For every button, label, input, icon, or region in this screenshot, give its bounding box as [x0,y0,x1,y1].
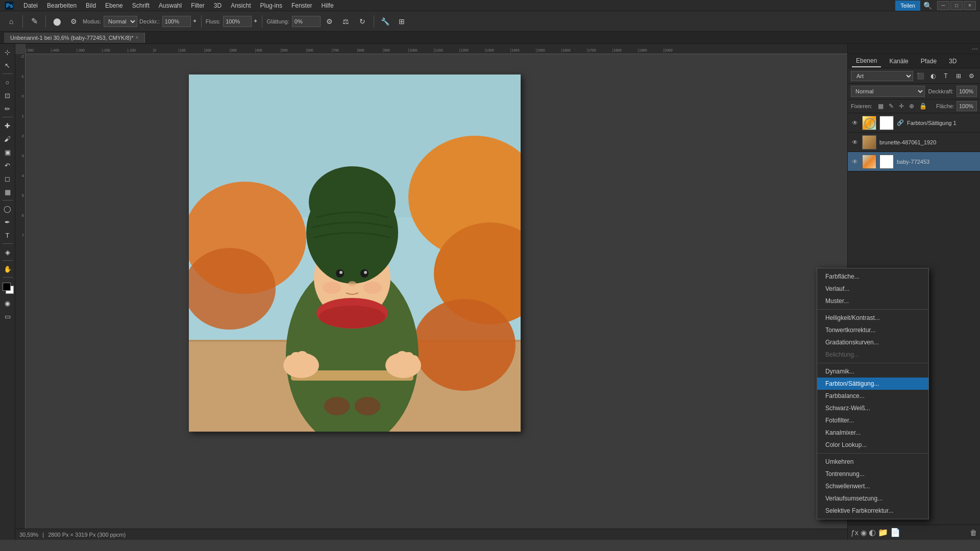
dropdown-kanalmixer[interactable]: Kanalmixer... [817,427,928,439]
brush-tool-button[interactable]: ✎ [27,14,41,29]
dropdown-schwarzweiss[interactable]: Schwarz-Weiß... [817,402,928,414]
dropdown-verlauf[interactable]: Verlauf... [817,283,928,295]
tab-close-button[interactable]: × [136,35,139,40]
minimize-button[interactable]: ─ [937,1,949,10]
menu-plugins[interactable]: Plug-ins [256,1,286,10]
filter-pixel-icon[interactable]: ⬛ [915,70,926,82]
lasso-tool[interactable]: ○ [2,76,14,88]
menu-3d[interactable]: 3D [210,1,226,10]
pen-tool[interactable]: ✒ [2,216,14,228]
delete-layer-icon[interactable]: 🗑 [970,529,977,537]
tab-3d[interactable]: 3D [945,56,961,67]
photo-canvas[interactable] [189,74,521,432]
dropdown-farbbalance[interactable]: Farbbalance... [817,390,928,402]
menu-auswahl[interactable]: Auswahl [155,1,186,10]
eraser-tool[interactable]: ◻ [2,172,14,185]
document-tab[interactable]: Unbenannt-1 bei 30,6% (baby-772453, CMYK… [4,33,145,43]
lock-transparent-button[interactable]: ▦ [876,102,885,110]
filter-adjust-icon[interactable]: ◐ [927,70,939,82]
menu-filter[interactable]: Filter [187,1,209,10]
angle-button[interactable]: ↻ [355,14,370,29]
selection-tool[interactable]: ⊹ [2,46,14,58]
filter-type-dropdown[interactable]: Art [851,71,913,81]
maximize-button[interactable]: □ [950,1,963,10]
settings-button[interactable]: ⚙ [323,14,337,29]
home-button[interactable]: ⌂ [4,14,18,29]
menu-datei[interactable]: Datei [19,1,42,10]
dropdown-farbton[interactable]: Farbton/Sättigung... [817,378,928,390]
layer-item[interactable]: 👁 brunette-487061_1920 [848,133,980,152]
foreground-color[interactable] [3,283,11,291]
symmetry-button[interactable]: ⚖ [339,14,353,29]
brush-tool[interactable]: 🖌 [2,133,14,145]
type-tool[interactable]: T [2,229,14,241]
color-selector[interactable] [2,282,14,296]
filter-smart-icon[interactable]: ⚙ [966,70,977,82]
menu-hilfe[interactable]: Hilfe [317,1,338,10]
smoothing-input[interactable] [292,16,321,27]
tab-kanaele[interactable]: Kanäle [885,56,912,67]
history-brush-tool[interactable]: ↶ [2,159,14,171]
path-select-tool[interactable]: ◈ [2,246,14,258]
brush-settings-button[interactable]: ⚙ [66,14,81,29]
hand-tool[interactable]: ✋ [2,263,14,275]
crop-tool[interactable]: ⊡ [2,89,14,102]
dropdown-farbflaeche[interactable]: Farbfläche... [817,270,928,283]
brush-preset-button[interactable]: ⬤ [50,14,64,29]
menu-bild[interactable]: Bild [82,1,100,10]
menu-ansicht[interactable]: Ansicht [227,1,255,10]
search-icon[interactable]: 🔍 [921,2,934,10]
blend-mode-dropdown[interactable]: Normal [851,86,925,97]
gradient-tool[interactable]: ▦ [2,186,14,198]
clone-source-button[interactable]: 🔧 [378,14,393,29]
healing-tool[interactable]: ✚ [2,119,14,132]
tool-preset-button[interactable]: ⊞ [395,14,409,29]
quick-mask-button[interactable]: ◉ [2,297,14,309]
layer-visibility-icon[interactable]: 👁 [851,138,859,146]
filter-type-icon[interactable]: T [940,70,951,82]
dropdown-dynamik[interactable]: Dynamik... [817,365,928,378]
layer-item[interactable]: 👁 🔗 Farbton/Sättigung 1 [848,113,980,133]
dropdown-fotofilter[interactable]: Fotofilter... [817,414,928,427]
new-group-icon[interactable]: 📁 [878,528,888,537]
dropdown-muster[interactable]: Muster... [817,295,928,307]
menu-schrift[interactable]: Schrift [128,1,154,10]
dropdown-schwellenwert[interactable]: Schwellenwert... [817,480,928,492]
layer-visibility-icon[interactable]: 👁 [851,158,859,166]
lock-position-button[interactable]: ✛ [897,102,905,110]
dropdown-selektive-farbe[interactable]: Selektive Farbkorrektur... [817,505,928,517]
close-button[interactable]: × [964,1,976,10]
filter-shape-icon[interactable]: ⊞ [953,70,964,82]
flow-pressure-icon[interactable]: ✦ [253,18,258,24]
mode-dropdown[interactable]: Normal [104,16,137,27]
dropdown-colorlookup[interactable]: Color Lookup... [817,439,928,451]
fill-input[interactable] [957,101,977,111]
dropdown-tonwert[interactable]: Tonwertkorrektur... [817,324,928,336]
stamp-tool[interactable]: ▣ [2,146,14,158]
menu-fenster[interactable]: Fenster [287,1,316,10]
menu-bearbeiten[interactable]: Bearbeiten [43,1,81,10]
pressure-icon[interactable]: ✦ [192,18,197,24]
opacity-input-toolbar[interactable] [162,16,191,27]
lock-pixels-button[interactable]: ✎ [887,102,895,110]
opacity-input[interactable] [957,86,977,97]
dropdown-tontrennung[interactable]: Tontrennung... [817,468,928,480]
dropdown-umkehren[interactable]: Umkehren [817,456,928,468]
panel-collapse-icon[interactable]: ⋯ [972,45,978,53]
layer-visibility-icon[interactable]: 👁 [851,119,859,127]
dropdown-verlaufsumsetzung[interactable]: Verlaufsumsetzung... [817,492,928,505]
add-adjustment-icon[interactable]: ◐ [869,528,876,537]
add-filter-icon[interactable]: ƒx [851,529,859,537]
share-button[interactable]: Teilen [895,1,920,11]
tab-pfade[interactable]: Pfade [917,56,941,67]
lock-all-button[interactable]: 🔒 [918,102,928,110]
lock-artboard-button[interactable]: ⊕ [908,102,916,110]
menu-ebene[interactable]: Ebene [101,1,127,10]
dodge-tool[interactable]: ◯ [2,203,14,215]
eyedropper-tool[interactable]: ✏ [2,103,14,115]
add-mask-icon[interactable]: ◉ [861,529,867,537]
direct-select-tool[interactable]: ↖ [2,59,14,71]
tab-ebenen[interactable]: Ebenen [852,55,881,67]
screen-mode-button[interactable]: ▭ [2,310,14,322]
flow-input[interactable] [223,16,252,27]
